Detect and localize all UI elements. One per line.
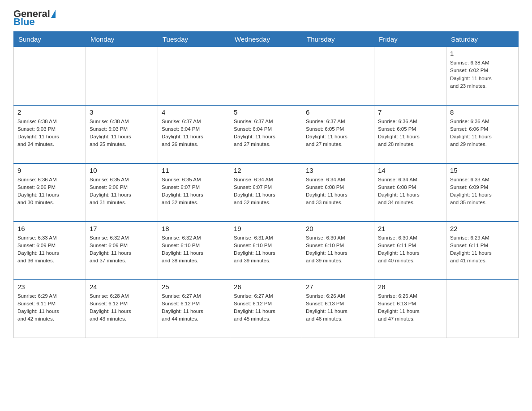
day-info: Sunrise: 6:29 AMSunset: 6:11 PMDaylight:… [17,292,82,323]
day-number: 13 [306,167,370,174]
day-number: 3 [90,108,154,116]
day-info: Sunrise: 6:30 AMSunset: 6:10 PMDaylight:… [306,234,370,265]
day-number: 24 [90,283,154,291]
day-number: 21 [378,225,442,232]
day-number: 6 [306,108,370,116]
day-info: Sunrise: 6:34 AMSunset: 6:08 PMDaylight:… [306,176,370,207]
calendar-cell: 12Sunrise: 6:34 AMSunset: 6:07 PMDayligh… [230,163,302,222]
day-number: 16 [17,225,82,232]
day-number: 5 [234,108,298,116]
calendar-week-row: 23Sunrise: 6:29 AMSunset: 6:11 PMDayligh… [14,280,519,338]
day-number: 1 [450,50,515,57]
calendar-cell: 6Sunrise: 6:37 AMSunset: 6:05 PMDaylight… [302,105,374,163]
calendar-cell [86,47,158,105]
day-info: Sunrise: 6:35 AMSunset: 6:07 PMDaylight:… [162,176,226,207]
logo-blue-text: Blue [13,17,35,27]
day-info: Sunrise: 6:33 AMSunset: 6:09 PMDaylight:… [17,234,82,265]
calendar-cell: 16Sunrise: 6:33 AMSunset: 6:09 PMDayligh… [14,222,86,280]
day-info: Sunrise: 6:33 AMSunset: 6:09 PMDaylight:… [450,176,515,207]
calendar-week-row: 9Sunrise: 6:36 AMSunset: 6:06 PMDaylight… [14,163,519,222]
calendar-cell [302,47,374,105]
day-info: Sunrise: 6:37 AMSunset: 6:05 PMDaylight:… [306,118,370,149]
calendar-cell [14,47,86,105]
calendar-week-row: 1Sunrise: 6:38 AMSunset: 6:02 PMDaylight… [14,47,519,105]
day-info: Sunrise: 6:38 AMSunset: 6:03 PMDaylight:… [90,118,154,149]
day-info: Sunrise: 6:30 AMSunset: 6:11 PMDaylight:… [378,234,442,265]
calendar-cell: 8Sunrise: 6:36 AMSunset: 6:06 PMDaylight… [446,105,519,163]
calendar-cell: 9Sunrise: 6:36 AMSunset: 6:06 PMDaylight… [14,163,86,222]
day-info: Sunrise: 6:27 AMSunset: 6:12 PMDaylight:… [234,292,298,323]
day-number: 23 [17,283,82,291]
calendar-cell: 11Sunrise: 6:35 AMSunset: 6:07 PMDayligh… [158,163,230,222]
day-info: Sunrise: 6:26 AMSunset: 6:13 PMDaylight:… [306,292,370,323]
calendar-cell: 21Sunrise: 6:30 AMSunset: 6:11 PMDayligh… [374,222,446,280]
calendar-cell: 19Sunrise: 6:31 AMSunset: 6:10 PMDayligh… [230,222,302,280]
day-info: Sunrise: 6:31 AMSunset: 6:10 PMDaylight:… [234,234,298,265]
day-number: 14 [378,167,442,174]
calendar-cell: 13Sunrise: 6:34 AMSunset: 6:08 PMDayligh… [302,163,374,222]
calendar-cell: 25Sunrise: 6:27 AMSunset: 6:12 PMDayligh… [158,280,230,338]
day-of-week-header: Wednesday [230,32,302,47]
day-info: Sunrise: 6:27 AMSunset: 6:12 PMDaylight:… [162,292,226,323]
day-of-week-header: Saturday [446,32,519,47]
calendar-cell: 10Sunrise: 6:35 AMSunset: 6:06 PMDayligh… [86,163,158,222]
calendar-cell: 18Sunrise: 6:32 AMSunset: 6:10 PMDayligh… [158,222,230,280]
day-info: Sunrise: 6:37 AMSunset: 6:04 PMDaylight:… [234,118,298,149]
day-number: 10 [90,167,154,174]
day-info: Sunrise: 6:34 AMSunset: 6:07 PMDaylight:… [234,176,298,207]
calendar-cell: 2Sunrise: 6:38 AMSunset: 6:03 PMDaylight… [14,105,86,163]
day-info: Sunrise: 6:36 AMSunset: 6:06 PMDaylight:… [17,176,82,207]
day-number: 26 [234,283,298,291]
calendar-cell: 4Sunrise: 6:37 AMSunset: 6:04 PMDaylight… [158,105,230,163]
day-number: 15 [450,167,515,174]
day-info: Sunrise: 6:36 AMSunset: 6:05 PMDaylight:… [378,118,442,149]
day-info: Sunrise: 6:37 AMSunset: 6:04 PMDaylight:… [162,118,226,149]
day-number: 27 [306,283,370,291]
calendar-cell: 23Sunrise: 6:29 AMSunset: 6:11 PMDayligh… [14,280,86,338]
calendar-cell: 3Sunrise: 6:38 AMSunset: 6:03 PMDaylight… [86,105,158,163]
calendar-cell: 28Sunrise: 6:26 AMSunset: 6:13 PMDayligh… [374,280,446,338]
calendar-cell: 7Sunrise: 6:36 AMSunset: 6:05 PMDaylight… [374,105,446,163]
calendar-cell: 15Sunrise: 6:33 AMSunset: 6:09 PMDayligh… [446,163,519,222]
calendar-cell: 24Sunrise: 6:28 AMSunset: 6:12 PMDayligh… [86,280,158,338]
day-of-week-header: Friday [374,32,446,47]
day-info: Sunrise: 6:32 AMSunset: 6:09 PMDaylight:… [90,234,154,265]
calendar-cell: 5Sunrise: 6:37 AMSunset: 6:04 PMDaylight… [230,105,302,163]
day-number: 18 [162,225,226,232]
day-number: 8 [450,108,515,116]
day-info: Sunrise: 6:38 AMSunset: 6:02 PMDaylight:… [450,59,515,90]
calendar-cell [158,47,230,105]
calendar-table: SundayMondayTuesdayWednesdayThursdayFrid… [13,31,519,338]
day-number: 7 [378,108,442,116]
day-number: 25 [162,283,226,291]
day-number: 9 [17,167,82,174]
day-number: 11 [162,167,226,174]
day-number: 28 [378,283,442,291]
calendar-cell: 27Sunrise: 6:26 AMSunset: 6:13 PMDayligh… [302,280,374,338]
calendar-cell [374,47,446,105]
day-of-week-header: Thursday [302,32,374,47]
logo-triangle-icon [51,10,56,18]
day-number: 19 [234,225,298,232]
calendar-cell: 22Sunrise: 6:29 AMSunset: 6:11 PMDayligh… [446,222,519,280]
day-number: 2 [17,108,82,116]
day-number: 17 [90,225,154,232]
page-header: General Blue [13,9,519,27]
day-info: Sunrise: 6:32 AMSunset: 6:10 PMDaylight:… [162,234,226,265]
logo: General Blue [13,9,56,27]
day-info: Sunrise: 6:26 AMSunset: 6:13 PMDaylight:… [378,292,442,323]
calendar-cell [230,47,302,105]
day-number: 12 [234,167,298,174]
calendar-cell: 14Sunrise: 6:34 AMSunset: 6:08 PMDayligh… [374,163,446,222]
calendar-cell [446,280,519,338]
calendar-cell: 20Sunrise: 6:30 AMSunset: 6:10 PMDayligh… [302,222,374,280]
day-number: 20 [306,225,370,232]
calendar-week-row: 2Sunrise: 6:38 AMSunset: 6:03 PMDaylight… [14,105,519,163]
day-info: Sunrise: 6:35 AMSunset: 6:06 PMDaylight:… [90,176,154,207]
calendar-cell: 1Sunrise: 6:38 AMSunset: 6:02 PMDaylight… [446,47,519,105]
calendar-header-row: SundayMondayTuesdayWednesdayThursdayFrid… [14,32,519,47]
day-of-week-header: Monday [86,32,158,47]
calendar-cell: 26Sunrise: 6:27 AMSunset: 6:12 PMDayligh… [230,280,302,338]
day-info: Sunrise: 6:38 AMSunset: 6:03 PMDaylight:… [17,118,82,149]
day-info: Sunrise: 6:36 AMSunset: 6:06 PMDaylight:… [450,118,515,149]
